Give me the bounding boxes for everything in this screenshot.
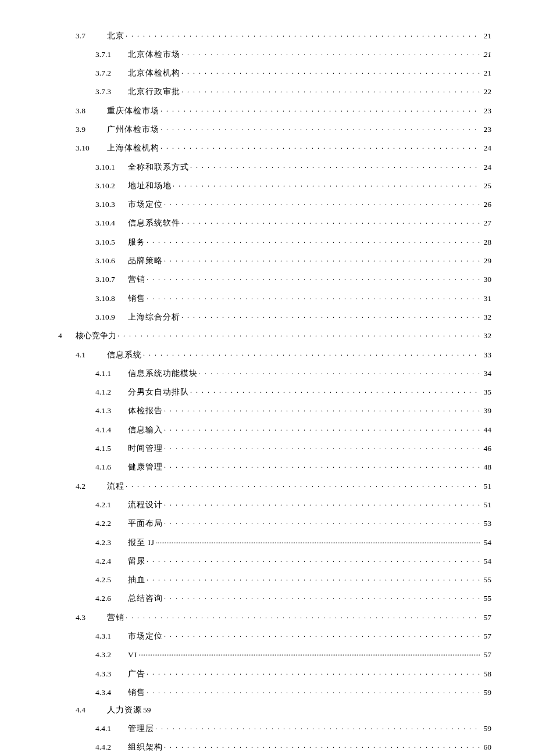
toc-leader-dots <box>147 687 480 695</box>
toc-leader-dots <box>190 387 480 395</box>
toc-leader-dots <box>181 49 480 57</box>
toc-entry: 4.3.3广告58 <box>58 668 491 678</box>
toc-entry-number: 3.10.4 <box>95 219 128 227</box>
toc-leader-dots <box>160 105 480 113</box>
toc-leader-dots <box>164 742 480 750</box>
toc-entry-number: 4.4 <box>76 706 107 714</box>
toc-entry-page: 51 <box>481 501 491 509</box>
toc-entry-number: 3.7 <box>76 32 107 40</box>
toc-entry-number: 4.2.2 <box>95 519 128 528</box>
toc-entry-page: 25 <box>481 182 491 190</box>
toc-entry-page: 35 <box>481 388 491 396</box>
toc-entry-title: 人力资源 <box>107 706 142 714</box>
toc-leader-dots <box>147 237 480 245</box>
toc-entry-title: 北京体检机构 <box>128 69 180 77</box>
toc-entry-number: 4.2.4 <box>95 557 128 565</box>
toc-entry-title: 北京 <box>107 32 124 40</box>
toc-entry-title: 管理层 <box>128 725 154 733</box>
toc-leader-dots <box>164 499 480 507</box>
toc-entry-title: 信息输入 <box>128 426 163 434</box>
toc-entry-title: 品牌策略 <box>128 257 163 265</box>
toc-leader-dots <box>126 612 480 620</box>
toc-entry-title: 总结咨询 <box>128 594 163 603</box>
toc-entry-page: 24 <box>481 163 491 171</box>
toc-entry-title: 健康管理 <box>128 463 163 471</box>
toc-entry-page: 48 <box>481 463 491 471</box>
toc-entry: 3.7.3北京行政审批22 <box>58 87 491 96</box>
toc-leader-dots <box>164 199 480 207</box>
toc-entry-number: 4.1 <box>76 351 107 359</box>
toc-entry-page: 21 <box>481 32 491 40</box>
toc-entry-title: 核心竞争力 <box>76 332 116 340</box>
toc-entry-number: 4 <box>58 332 76 340</box>
toc-entry: 4.4.1管理层59 <box>58 723 491 732</box>
toc-entry: 4.3营销57 <box>58 612 491 621</box>
toc-entry-number: 3.9 <box>76 126 107 134</box>
toc-entry: 3.9广州体检市场23 <box>58 124 491 133</box>
toc-entry: 4.2.3报至 IJ54 <box>58 537 491 546</box>
toc-entry: 4.2.4留尿54 <box>58 556 491 565</box>
toc-entry-title: 广州体检市场 <box>107 126 159 134</box>
toc-entry-title: 广告 <box>128 670 145 678</box>
toc-leader-dots <box>164 631 480 639</box>
toc-entry-number: 4.2.6 <box>95 594 128 603</box>
toc-entry-page: 54 <box>481 557 491 565</box>
toc-entry-number: 3.10.3 <box>95 200 128 209</box>
toc-entry-number: 4.3 <box>76 614 107 622</box>
toc-entry: 4.1.4信息输入44 <box>58 424 491 433</box>
toc-entry-number: 3.10 <box>76 144 107 152</box>
toc-leader-dots <box>156 537 480 545</box>
toc-entry: 4.1.3体检报告39 <box>58 406 491 415</box>
toc-entry-page: 27 <box>481 219 491 227</box>
toc-entry: 4核心竞争力32 <box>58 331 491 340</box>
toc-entry: 4.1.5时间管理46 <box>58 443 491 453</box>
toc-entry-page: 23 <box>481 126 491 134</box>
toc-entry-number: 4.3.1 <box>95 632 128 640</box>
toc-leader-dots <box>181 311 480 320</box>
toc-entry-number: 3.10.6 <box>95 257 128 265</box>
toc-entry-page: 51 <box>481 482 491 490</box>
toc-entry-page: 39 <box>481 407 491 415</box>
toc-entry-number: 3.10.9 <box>95 313 128 321</box>
toc-leader-dots <box>117 331 480 339</box>
toc-entry: 4.4.2组织架构60 <box>58 742 491 751</box>
toc-entry-number: 4.2.5 <box>95 576 128 584</box>
toc-entry-title: VI <box>128 651 137 659</box>
toc-leader-dots <box>173 180 480 188</box>
toc-entry-page: 59 <box>481 725 491 733</box>
toc-entry-number: 3.8 <box>76 107 107 115</box>
toc-entry-number: 4.3.4 <box>95 689 128 697</box>
toc-entry-page: 21 <box>481 69 491 77</box>
toc-entry-title: 分男女自动排队 <box>128 388 189 396</box>
toc-entry-number: 4.1.3 <box>95 407 128 415</box>
toc-entry: 4.4人力资源59 <box>58 706 491 714</box>
toc-entry-number: 4.1.5 <box>95 445 128 453</box>
toc-entry-title: 流程设计 <box>128 501 163 509</box>
toc-entry-title: 时间管理 <box>128 445 163 453</box>
toc-leader-dots <box>164 518 480 526</box>
toc-leader-dots <box>164 406 480 414</box>
toc-entry-title: 留尿 <box>128 557 145 565</box>
toc-entry: 3.8重庆体检市场23 <box>58 105 491 114</box>
toc-entry: 4.2.5抽血55 <box>58 575 491 584</box>
toc-entry: 4.3.1市场定位57 <box>58 631 491 640</box>
toc-leader-dots <box>147 274 480 282</box>
toc-leader-dots <box>199 368 480 376</box>
toc-entry-page: 24 <box>481 144 491 152</box>
toc-entry: 4.2.6总结咨询55 <box>58 593 491 603</box>
toc-entry-page: 31 <box>481 295 491 303</box>
toc-entry-number: 4.4.1 <box>95 725 128 733</box>
toc-entry-page: 32 <box>481 332 491 340</box>
toc-entry-number: 4.2.3 <box>95 539 128 547</box>
toc-entry-page: 59 <box>143 706 151 714</box>
toc-entry-title: 营销 <box>128 275 145 284</box>
toc-entry-title: 重庆体检市场 <box>107 107 159 115</box>
toc-entry-title: 体检报告 <box>128 407 163 415</box>
toc-entry-page: 59 <box>481 689 491 697</box>
toc-entry: 3.10.8销售31 <box>58 293 491 302</box>
toc-entry: 4.3.4销售59 <box>58 687 491 696</box>
toc-leader-dots <box>147 556 480 564</box>
toc-entry-title: 服务 <box>128 238 145 246</box>
toc-leader-dots <box>147 575 480 583</box>
toc-entry-number: 4.2.1 <box>95 501 128 509</box>
